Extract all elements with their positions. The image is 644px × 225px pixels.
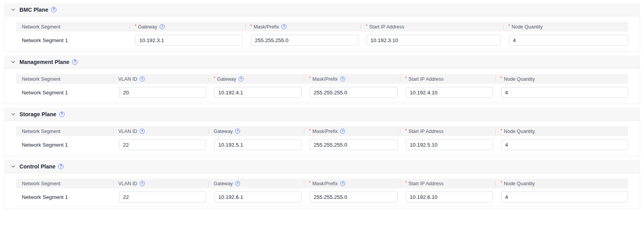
required-asterisk: * [405,76,407,81]
section-header[interactable]: BMC Plane ? [4,3,640,16]
node-quantity-input[interactable] [501,139,628,150]
column-label: Network Segment [22,129,60,134]
config-table: Network Segment VLAN ID ? Gateway ? * Ma… [16,179,628,207]
column-separator [209,76,209,81]
column-separator [130,24,130,29]
column-header-node-quantity: * Node Quantity [503,24,628,30]
help-icon[interactable]: ? [59,112,65,117]
network-plane-config-form: BMC Plane ? Network Segment * Gateway ? … [4,3,640,209]
column-header-start-ip-address: * Start IP Address [400,181,495,186]
start-ip-address-input[interactable] [367,35,501,46]
gateway-input[interactable] [214,87,302,98]
section-panel: Network Segment VLAN ID ? Gateway ? * Ma… [4,120,640,156]
column-separator [209,181,209,186]
column-label: Gateway [138,24,157,30]
chevron-down-icon[interactable] [11,112,16,117]
node-quantity-input[interactable] [501,87,628,98]
section-title: BMC Plane [19,7,48,13]
required-asterisk: * [309,76,311,81]
help-icon[interactable]: ? [281,24,286,29]
help-icon[interactable]: ? [340,76,345,81]
mask-prefix-input[interactable] [310,139,398,150]
column-separator [503,24,504,29]
help-icon[interactable]: ? [235,129,240,134]
help-icon[interactable]: ? [140,181,145,186]
column-separator [495,181,496,186]
help-icon[interactable]: ? [72,59,77,65]
table-cell [245,35,361,46]
table-row: Network Segment 1 [16,84,628,102]
column-header-mask-prefix: * Mask/Prefix ? [304,181,400,186]
column-header-start-ip-address: * Start IP Address [361,24,503,30]
column-header-node-quantity: * Node Quantity [495,76,628,82]
table-cell [503,35,628,46]
gateway-input[interactable] [135,35,243,46]
column-separator [113,181,114,186]
mask-prefix-input[interactable] [310,191,398,202]
gateway-input[interactable] [214,139,302,150]
gateway-input[interactable] [214,191,302,202]
section-bmc-plane: BMC Plane ? Network Segment * Gateway ? … [4,3,640,52]
column-header-gateway: * Gateway ? [209,76,304,82]
start-ip-address-input[interactable] [406,139,493,150]
required-asterisk: * [214,76,216,81]
table-cell [400,191,495,202]
table-header-row: Network Segment VLAN ID ? Gateway ? * Ma… [16,126,628,136]
help-icon[interactable]: ? [160,24,165,29]
column-header-mask-prefix: * Mask/Prefix ? [245,24,361,30]
config-table: Network Segment VLAN ID ? * Gateway ? * … [16,74,628,102]
chevron-down-icon[interactable] [11,7,16,12]
column-label: Node Quantity [512,24,543,30]
network-segment-cell: Network Segment 1 [16,194,113,200]
column-label: Gateway [214,181,233,186]
required-asterisk: * [500,76,502,81]
table-header-row: Network Segment VLAN ID ? * Gateway ? * … [16,74,628,84]
help-icon[interactable]: ? [51,7,56,12]
chevron-down-icon[interactable] [11,164,16,169]
table-cell [209,87,304,98]
column-header-network-segment: Network Segment [16,76,113,82]
table-cell [495,87,628,98]
help-icon[interactable]: ? [340,129,345,134]
column-label: Mask/Prefix [312,181,338,186]
node-quantity-input[interactable] [501,191,628,202]
table-cell [209,191,304,202]
node-quantity-input[interactable] [509,35,628,46]
help-icon[interactable]: ? [140,76,145,81]
start-ip-address-input[interactable] [406,87,493,98]
vlan-id-input[interactable] [119,139,206,150]
column-separator [113,129,114,134]
column-label: Gateway [214,129,233,134]
required-asterisk: * [309,128,311,133]
required-asterisk: * [405,128,407,133]
vlan-id-input[interactable] [119,87,206,98]
section-control-plane: Control Plane ? Network Segment VLAN ID … [4,160,640,209]
mask-prefix-input[interactable] [251,35,358,46]
column-label: Start IP Address [369,24,404,30]
vlan-id-input[interactable] [119,191,206,202]
column-header-start-ip-address: * Start IP Address [400,76,495,82]
help-icon[interactable]: ? [58,164,63,169]
column-header-network-segment: Network Segment [16,129,113,134]
help-icon[interactable]: ? [340,181,345,186]
column-header-mask-prefix: * Mask/Prefix ? [304,129,400,134]
column-label: Node Quantity [504,181,535,186]
column-header-vlan-id: VLAN ID ? [113,129,209,134]
help-icon[interactable]: ? [239,76,244,81]
table-header-row: Network Segment * Gateway ? * Mask/Prefi… [16,22,628,32]
chevron-down-icon[interactable] [11,60,16,64]
section-header[interactable]: Control Plane ? [4,160,640,173]
column-label: VLAN ID [118,129,137,134]
start-ip-address-input[interactable] [406,191,493,202]
section-header[interactable]: Management Plane ? [4,55,640,68]
config-table: Network Segment VLAN ID ? Gateway ? * Ma… [16,126,628,154]
mask-prefix-input[interactable] [310,87,398,98]
help-icon[interactable]: ? [140,129,145,134]
section-header[interactable]: Storage Plane ? [4,108,640,120]
column-header-gateway: Gateway ? [209,129,304,134]
help-icon[interactable]: ? [235,181,240,186]
table-cell [130,35,245,46]
table-cell [113,191,209,202]
column-label: VLAN ID [118,181,137,186]
column-label: Node Quantity [504,76,535,82]
